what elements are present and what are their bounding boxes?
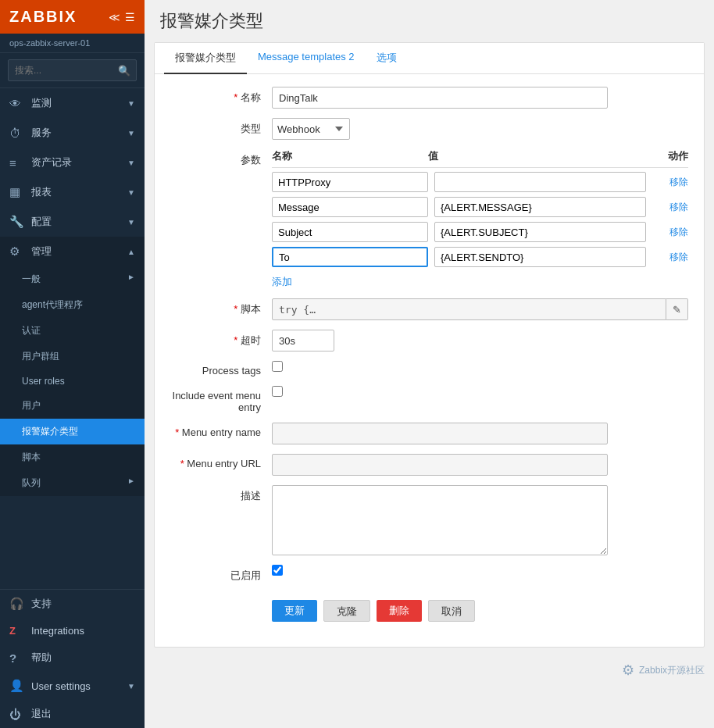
footer-text: Zabbix开源社区 [639, 664, 705, 677]
logo-icons: ≪ ☰ [109, 11, 135, 23]
sidebar-item-agent-proxy[interactable]: agent代理程序 [0, 292, 145, 318]
sidebar-item-label: 服务 [31, 126, 52, 140]
pencil-icon: ✎ [673, 304, 681, 316]
sidebar-item-media-type[interactable]: 报警媒介类型 [0, 419, 145, 444]
param-row: 移除 [272, 247, 688, 267]
support-icon: 🎧 [9, 597, 23, 611]
sidebar-item-user-settings[interactable]: 👤 User settings ▼ [0, 672, 145, 700]
params-col-name: 名称 [272, 149, 428, 163]
param-name-input[interactable] [272, 222, 428, 242]
chevron-down-icon: ▼ [127, 218, 135, 227]
search-bar: 🔍 [0, 53, 145, 88]
sidebar-bottom: 🎧 支持 Z Integrations ? 帮助 👤 User settings… [0, 589, 145, 728]
sidebar-item-assets[interactable]: ≡ 资产记录 ▼ [0, 148, 145, 177]
name-input[interactable] [272, 87, 608, 109]
enabled-checkbox[interactable] [272, 565, 283, 576]
remove-link[interactable]: 移除 [669, 202, 688, 212]
sidebar-item-monitor[interactable]: 👁 监测 ▼ [0, 88, 145, 118]
menu-name-label: Menu entry name [170, 423, 272, 438]
user-icon: 👤 [9, 679, 23, 693]
page-header: 报警媒介类型 [145, 0, 714, 42]
cancel-button[interactable]: 取消 [428, 600, 475, 622]
enabled-label: 已启用 [170, 565, 272, 583]
chevron-up-icon: ▲ [127, 248, 135, 256]
chevron-down-icon: ▼ [127, 159, 135, 167]
type-label: 类型 [170, 118, 272, 136]
sidebar-item-manage[interactable]: ⚙ 管理 ▲ [0, 237, 145, 266]
sidebar-item-help[interactable]: ? 帮助 [0, 644, 145, 672]
sidebar-item-service[interactable]: ⏱ 服务 ▼ [0, 118, 145, 148]
sidebar-item-label: Integrations [31, 625, 84, 637]
add-param-link[interactable]: 添加 [272, 275, 292, 289]
sidebar-item-logout[interactable]: ⏻ 退出 [0, 700, 145, 728]
timeout-input[interactable] [272, 330, 334, 352]
sidebar-item-user-roles[interactable]: User roles [0, 369, 145, 393]
sidebar-item-integrations[interactable]: Z Integrations [0, 618, 145, 644]
param-value-input[interactable] [434, 197, 646, 217]
help-icon: ? [9, 651, 23, 665]
menu-name-input[interactable] [272, 423, 608, 444]
sidebar-item-queue[interactable]: 队列 ► [0, 470, 145, 496]
sidebar-item-auth[interactable]: 认证 [0, 318, 145, 344]
search-icon: 🔍 [118, 65, 130, 77]
description-textarea[interactable] [272, 485, 608, 555]
include-event-wrap [272, 386, 283, 397]
chevron-down-icon: ▼ [127, 682, 135, 691]
type-select[interactable]: Webhook Email SMS Script [272, 118, 350, 140]
menu-name-row: Menu entry name [170, 423, 688, 444]
process-tags-checkbox[interactable] [272, 361, 283, 372]
sidebar-sub-label: 报警媒介类型 [22, 426, 78, 437]
param-name-input[interactable] [272, 197, 428, 217]
param-name-input[interactable] [272, 247, 428, 267]
buttons-row: 更新 克隆 删除 取消 [170, 592, 688, 622]
sidebar-sub-label: 一般 [22, 273, 41, 284]
tab-options[interactable]: 选项 [366, 43, 408, 74]
menu-icon[interactable]: ☰ [125, 11, 135, 23]
type-row: 类型 Webhook Email SMS Script [170, 118, 688, 140]
sidebar-item-scripts[interactable]: 脚本 [0, 444, 145, 470]
sidebar-item-label: 帮助 [31, 651, 52, 665]
service-icon: ⏱ [9, 127, 23, 140]
reports-icon: ▦ [9, 185, 23, 199]
logo-bar: ZABBIX ≪ ☰ [0, 0, 145, 34]
sidebar-item-label: 支持 [31, 597, 52, 611]
clone-button[interactable]: 克隆 [323, 600, 370, 622]
script-input[interactable] [272, 298, 666, 320]
param-name-input[interactable] [272, 172, 428, 192]
sidebar-item-user-group[interactable]: 用户群组 [0, 344, 145, 369]
param-value-input[interactable] [434, 247, 646, 267]
process-tags-wrap [272, 361, 283, 372]
chevron-down-icon: ▼ [127, 129, 135, 137]
sidebar-item-config[interactable]: 🔧 配置 ▼ [0, 207, 145, 237]
include-event-label: Include event menu entry [170, 386, 272, 413]
script-edit-button[interactable]: ✎ [666, 298, 688, 320]
sidebar-item-support[interactable]: 🎧 支持 [0, 590, 145, 618]
include-event-checkbox[interactable] [272, 386, 283, 397]
chevron-right-icon: ► [127, 273, 135, 281]
param-value-input[interactable] [434, 222, 646, 242]
sidebar-item-reports[interactable]: ▦ 报表 ▼ [0, 177, 145, 207]
script-wrap: ✎ [272, 298, 688, 320]
remove-link[interactable]: 移除 [669, 252, 688, 262]
tab-message-templates[interactable]: Message templates 2 [247, 43, 366, 74]
timeout-row: 超时 [170, 330, 688, 352]
script-row: 脚本 ✎ [170, 298, 688, 320]
include-event-row: Include event menu entry [170, 386, 688, 413]
collapse-icon[interactable]: ≪ [109, 11, 120, 23]
tab-media-type[interactable]: 报警媒介类型 [164, 43, 247, 74]
params-header: 名称 值 动作 [272, 149, 688, 168]
sidebar-item-general[interactable]: 一般 ► [0, 266, 145, 292]
description-row: 描述 [170, 485, 688, 555]
update-button[interactable]: 更新 [272, 600, 317, 622]
sidebar-item-label: 配置 [31, 215, 52, 229]
description-label: 描述 [170, 485, 272, 503]
main-content: 报警媒介类型 报警媒介类型 Message templates 2 选项 名称 … [145, 0, 714, 728]
delete-button[interactable]: 删除 [377, 600, 422, 622]
remove-link[interactable]: 移除 [669, 177, 688, 187]
chevron-right-icon: ► [127, 476, 135, 485]
params-table: 名称 值 动作 移除 [272, 149, 688, 289]
sidebar-item-users[interactable]: 用户 [0, 393, 145, 419]
menu-url-input[interactable] [272, 454, 608, 476]
remove-link[interactable]: 移除 [669, 227, 688, 237]
param-value-input[interactable] [434, 172, 646, 192]
